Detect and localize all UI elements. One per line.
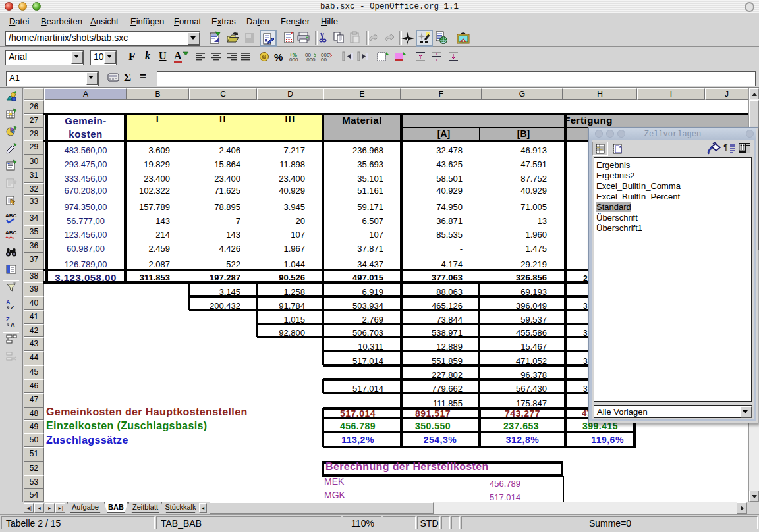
svg-text:Z: Z	[11, 304, 14, 310]
svg-text:00.: 00.	[321, 57, 328, 63]
svg-text:Z: Z	[6, 316, 10, 323]
svg-text:000: 000	[289, 57, 298, 63]
svg-text:.000: .000	[305, 57, 316, 63]
svg-text:¶: ¶	[723, 142, 727, 151]
svg-text:ABC: ABC	[5, 230, 17, 236]
svg-text:ABC: ABC	[5, 213, 17, 219]
svg-text:A: A	[6, 299, 11, 306]
svg-text:A: A	[11, 321, 15, 327]
